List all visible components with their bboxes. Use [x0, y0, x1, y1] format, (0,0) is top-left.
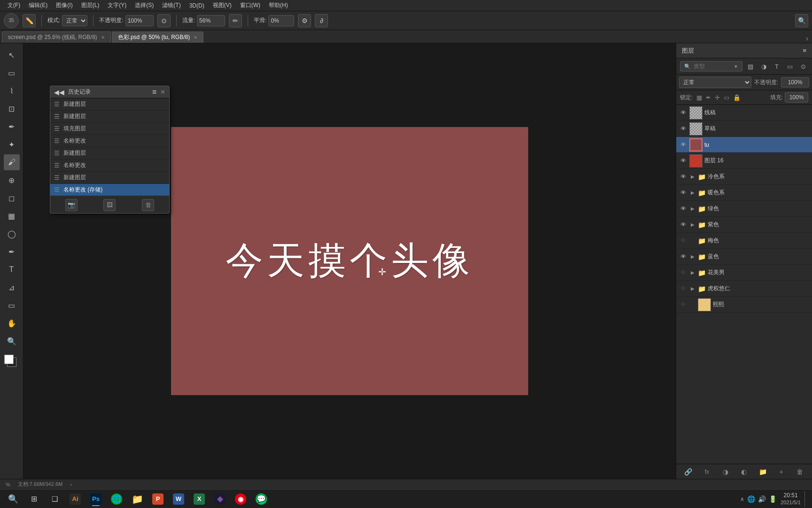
layer-eye-7[interactable]: 👁	[679, 221, 687, 229]
layer-item-9[interactable]: 👁 ▶ 📁 蓝色	[676, 249, 812, 265]
blend-mode-select[interactable]: 正常	[679, 77, 751, 88]
history-item-4[interactable]: ☰ 新建图层	[50, 147, 169, 159]
panel-collapse-right[interactable]: ›	[806, 34, 808, 42]
pressure-btn[interactable]: ∂	[315, 14, 328, 27]
layer-item-10[interactable]: 👁 ▶ 📁 花美男	[676, 265, 812, 281]
history-item-3[interactable]: ☰ 名称更改	[50, 135, 169, 147]
sys-icon-speaker[interactable]: 🔊	[758, 495, 766, 503]
menu-filter[interactable]: 滤镜(T)	[158, 0, 184, 10]
pen-tool[interactable]: ✒	[4, 244, 20, 260]
layer-eye-10[interactable]: 👁	[679, 269, 687, 277]
adjustment-btn[interactable]: ◐	[738, 466, 750, 477]
taskbar-app-ps[interactable]: Ps	[86, 491, 105, 507]
tab-screen-close[interactable]: ✕	[101, 35, 105, 40]
taskbar-app-word[interactable]: W	[169, 491, 188, 507]
menu-select[interactable]: 选择(S)	[131, 0, 157, 10]
type-tool[interactable]: T	[4, 262, 20, 278]
history-menu-btn[interactable]: ≡	[152, 88, 156, 96]
layer-eye-9[interactable]: 👁	[679, 253, 687, 261]
layer-item-2[interactable]: 👁 tu	[676, 137, 812, 153]
menu-image[interactable]: 图像(I)	[52, 0, 76, 10]
taskbar-app-ppt[interactable]: P	[148, 491, 167, 507]
layer-eye-5[interactable]: 👁	[679, 189, 687, 197]
layer-item-0[interactable]: 👁 线稿	[676, 105, 812, 121]
add-group-btn[interactable]: 📁	[757, 466, 768, 477]
delete-layer-btn[interactable]: 🗑	[794, 466, 805, 477]
layer-expand-9[interactable]: ▶	[689, 254, 696, 260]
history-item-2[interactable]: ☰ 填充图层	[50, 123, 169, 135]
link-layers-btn[interactable]: 🔗	[683, 466, 694, 477]
lock-artboard-btn[interactable]: ▭	[724, 94, 729, 101]
layer-eye-2[interactable]: 👁	[679, 141, 687, 149]
taskbar-clock[interactable]: 20:51 2021/5/1	[781, 492, 801, 506]
layer-eye-0[interactable]: 👁	[679, 109, 687, 117]
taskbar-app-davinci[interactable]: ◆	[211, 491, 229, 507]
panel-menu-icon[interactable]: ≡	[803, 47, 806, 54]
menu-layer[interactable]: 图层(L)	[78, 0, 103, 10]
filter-adjust-btn[interactable]: ◑	[758, 61, 769, 71]
taskbar-app-excel[interactable]: X	[190, 491, 209, 507]
fill-value-input[interactable]	[785, 92, 808, 103]
taskbar-app-files[interactable]: 📁	[128, 491, 147, 507]
taskbar-app-ai[interactable]: Ai	[66, 491, 85, 507]
taskbar-taskview-btn[interactable]: ❑	[45, 491, 64, 507]
layer-item-1[interactable]: 👁 草稿	[676, 121, 812, 137]
brush-tool[interactable]: 🖌	[4, 154, 20, 170]
menu-window[interactable]: 窗口(W)	[236, 0, 264, 10]
hand-tool[interactable]: ✋	[4, 315, 20, 331]
menu-type[interactable]: 文字(Y)	[104, 0, 130, 10]
smooth-settings-btn[interactable]: ⚙	[298, 14, 311, 27]
flow-toggle-btn[interactable]: ✏	[229, 14, 242, 27]
taskbar-app-wechat[interactable]: 💬	[252, 491, 271, 507]
history-item-0[interactable]: ☰ 新建图层	[50, 98, 169, 111]
layer-eye-11[interactable]: 👁	[679, 285, 687, 293]
layer-eye-3[interactable]: 👁	[679, 157, 687, 165]
lock-position-btn[interactable]: ✛	[715, 94, 720, 101]
canvas-document[interactable]: 今天摸个头像 ✛	[171, 127, 528, 395]
layer-eye-12[interactable]: 👁	[679, 301, 687, 309]
history-item-5[interactable]: ☰ 名称更改	[50, 159, 169, 172]
taskbar-app-netease[interactable]: ◉	[231, 491, 250, 507]
filter-pixel-btn[interactable]: ▨	[745, 61, 756, 71]
history-collapse-btn[interactable]: ◀◀	[54, 88, 64, 96]
history-new-doc-btn[interactable]: 🖼	[103, 199, 116, 211]
crop-tool[interactable]: ⊡	[4, 101, 20, 117]
brush-tool-btn[interactable]: ✏️	[23, 14, 36, 27]
menu-edit[interactable]: 编辑(E)	[25, 0, 51, 10]
mode-select[interactable]: 正常	[62, 15, 87, 26]
eraser-tool[interactable]: ◻	[4, 190, 20, 206]
layer-eye-8[interactable]: 👁	[679, 237, 687, 245]
filter-smart-btn[interactable]: ⊙	[798, 61, 808, 71]
history-close-btn[interactable]: ✕	[160, 88, 165, 95]
path-select-tool[interactable]: ⊿	[4, 279, 20, 295]
layer-item-4[interactable]: 👁 ▶ 📁 冷色系	[676, 169, 812, 185]
search-btn[interactable]: 🔍	[795, 14, 808, 27]
opacity-value-input[interactable]	[781, 77, 809, 87]
shape-tool[interactable]: ▭	[4, 297, 20, 313]
type-dropdown-icon[interactable]: ▼	[734, 64, 738, 69]
layer-type-input[interactable]	[694, 63, 731, 70]
tab-color-close[interactable]: ✕	[194, 35, 197, 40]
history-item-1[interactable]: ☰ 新建图层	[50, 111, 169, 123]
layer-item-6[interactable]: 👁 ▶ 📁 绿色	[676, 201, 812, 217]
opacity-input[interactable]	[125, 15, 154, 26]
flow-input[interactable]	[197, 15, 225, 26]
history-item-7[interactable]: ☰ 名称更改 (存储)	[50, 184, 169, 196]
select-tool[interactable]: ▭	[4, 65, 20, 81]
sys-icon-network[interactable]: 🌐	[747, 495, 755, 503]
lasso-tool[interactable]: ⌇	[4, 83, 20, 99]
add-mask-btn[interactable]: ◑	[720, 466, 731, 477]
spot-heal-tool[interactable]: ✦	[4, 136, 20, 152]
layer-expand-11[interactable]: ▶	[689, 286, 696, 292]
layer-eye-4[interactable]: 👁	[679, 173, 687, 181]
zoom-tool[interactable]: 🔍	[4, 333, 20, 349]
menu-help[interactable]: 帮助(H)	[265, 0, 292, 10]
layer-expand-5[interactable]: ▶	[689, 190, 696, 196]
status-arrow[interactable]: ›	[70, 482, 72, 487]
sys-icon-battery[interactable]: 🔋	[769, 495, 777, 503]
layer-expand-10[interactable]: ▶	[689, 270, 696, 276]
menu-3d[interactable]: 3D(D)	[186, 1, 208, 10]
clone-tool[interactable]: ⊕	[4, 172, 20, 188]
taskbar-app-browser[interactable]: 🌐	[107, 491, 126, 507]
dodge-tool[interactable]: ◯	[4, 226, 20, 242]
